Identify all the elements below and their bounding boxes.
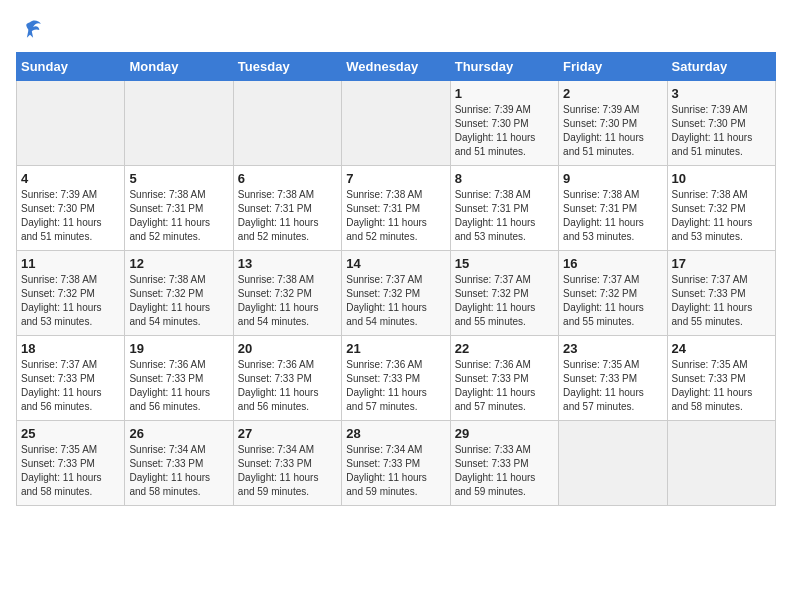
day-info: Sunrise: 7:38 AMSunset: 7:32 PMDaylight:… <box>238 273 337 329</box>
calendar-cell <box>233 81 341 166</box>
day-info: Sunrise: 7:38 AMSunset: 7:31 PMDaylight:… <box>346 188 445 244</box>
calendar-cell: 24Sunrise: 7:35 AMSunset: 7:33 PMDayligh… <box>667 336 775 421</box>
calendar-cell: 13Sunrise: 7:38 AMSunset: 7:32 PMDayligh… <box>233 251 341 336</box>
calendar-cell: 14Sunrise: 7:37 AMSunset: 7:32 PMDayligh… <box>342 251 450 336</box>
calendar-cell: 2Sunrise: 7:39 AMSunset: 7:30 PMDaylight… <box>559 81 667 166</box>
day-info: Sunrise: 7:33 AMSunset: 7:33 PMDaylight:… <box>455 443 554 499</box>
calendar-cell: 18Sunrise: 7:37 AMSunset: 7:33 PMDayligh… <box>17 336 125 421</box>
day-info: Sunrise: 7:35 AMSunset: 7:33 PMDaylight:… <box>563 358 662 414</box>
day-number: 27 <box>238 426 337 441</box>
calendar-cell: 23Sunrise: 7:35 AMSunset: 7:33 PMDayligh… <box>559 336 667 421</box>
day-number: 29 <box>455 426 554 441</box>
calendar-cell: 21Sunrise: 7:36 AMSunset: 7:33 PMDayligh… <box>342 336 450 421</box>
day-info: Sunrise: 7:38 AMSunset: 7:32 PMDaylight:… <box>129 273 228 329</box>
day-number: 15 <box>455 256 554 271</box>
day-info: Sunrise: 7:36 AMSunset: 7:33 PMDaylight:… <box>238 358 337 414</box>
logo-bird-icon <box>16 16 44 44</box>
logo <box>16 16 48 44</box>
calendar-cell: 3Sunrise: 7:39 AMSunset: 7:30 PMDaylight… <box>667 81 775 166</box>
calendar-cell: 27Sunrise: 7:34 AMSunset: 7:33 PMDayligh… <box>233 421 341 506</box>
day-info: Sunrise: 7:37 AMSunset: 7:33 PMDaylight:… <box>672 273 771 329</box>
day-number: 19 <box>129 341 228 356</box>
day-number: 14 <box>346 256 445 271</box>
day-info: Sunrise: 7:35 AMSunset: 7:33 PMDaylight:… <box>672 358 771 414</box>
day-info: Sunrise: 7:38 AMSunset: 7:32 PMDaylight:… <box>672 188 771 244</box>
day-number: 1 <box>455 86 554 101</box>
day-number: 11 <box>21 256 120 271</box>
day-info: Sunrise: 7:37 AMSunset: 7:33 PMDaylight:… <box>21 358 120 414</box>
calendar-cell <box>559 421 667 506</box>
calendar-week-row: 11Sunrise: 7:38 AMSunset: 7:32 PMDayligh… <box>17 251 776 336</box>
column-header-monday: Monday <box>125 53 233 81</box>
calendar-cell: 7Sunrise: 7:38 AMSunset: 7:31 PMDaylight… <box>342 166 450 251</box>
day-info: Sunrise: 7:34 AMSunset: 7:33 PMDaylight:… <box>129 443 228 499</box>
calendar-cell: 19Sunrise: 7:36 AMSunset: 7:33 PMDayligh… <box>125 336 233 421</box>
calendar-cell: 22Sunrise: 7:36 AMSunset: 7:33 PMDayligh… <box>450 336 558 421</box>
day-number: 16 <box>563 256 662 271</box>
day-info: Sunrise: 7:37 AMSunset: 7:32 PMDaylight:… <box>455 273 554 329</box>
day-info: Sunrise: 7:38 AMSunset: 7:32 PMDaylight:… <box>21 273 120 329</box>
calendar-cell: 29Sunrise: 7:33 AMSunset: 7:33 PMDayligh… <box>450 421 558 506</box>
day-info: Sunrise: 7:35 AMSunset: 7:33 PMDaylight:… <box>21 443 120 499</box>
calendar-cell: 25Sunrise: 7:35 AMSunset: 7:33 PMDayligh… <box>17 421 125 506</box>
day-number: 13 <box>238 256 337 271</box>
calendar-cell: 28Sunrise: 7:34 AMSunset: 7:33 PMDayligh… <box>342 421 450 506</box>
day-number: 24 <box>672 341 771 356</box>
day-number: 2 <box>563 86 662 101</box>
day-number: 23 <box>563 341 662 356</box>
day-info: Sunrise: 7:38 AMSunset: 7:31 PMDaylight:… <box>563 188 662 244</box>
day-info: Sunrise: 7:34 AMSunset: 7:33 PMDaylight:… <box>238 443 337 499</box>
day-info: Sunrise: 7:39 AMSunset: 7:30 PMDaylight:… <box>563 103 662 159</box>
day-number: 22 <box>455 341 554 356</box>
calendar-cell: 10Sunrise: 7:38 AMSunset: 7:32 PMDayligh… <box>667 166 775 251</box>
calendar-cell: 6Sunrise: 7:38 AMSunset: 7:31 PMDaylight… <box>233 166 341 251</box>
day-info: Sunrise: 7:34 AMSunset: 7:33 PMDaylight:… <box>346 443 445 499</box>
day-number: 3 <box>672 86 771 101</box>
calendar-cell: 5Sunrise: 7:38 AMSunset: 7:31 PMDaylight… <box>125 166 233 251</box>
day-number: 6 <box>238 171 337 186</box>
calendar-cell: 4Sunrise: 7:39 AMSunset: 7:30 PMDaylight… <box>17 166 125 251</box>
column-header-saturday: Saturday <box>667 53 775 81</box>
calendar-header-row: SundayMondayTuesdayWednesdayThursdayFrid… <box>17 53 776 81</box>
day-info: Sunrise: 7:37 AMSunset: 7:32 PMDaylight:… <box>563 273 662 329</box>
day-number: 21 <box>346 341 445 356</box>
day-number: 25 <box>21 426 120 441</box>
calendar-cell: 12Sunrise: 7:38 AMSunset: 7:32 PMDayligh… <box>125 251 233 336</box>
day-info: Sunrise: 7:39 AMSunset: 7:30 PMDaylight:… <box>21 188 120 244</box>
calendar-week-row: 18Sunrise: 7:37 AMSunset: 7:33 PMDayligh… <box>17 336 776 421</box>
calendar-week-row: 25Sunrise: 7:35 AMSunset: 7:33 PMDayligh… <box>17 421 776 506</box>
day-number: 26 <box>129 426 228 441</box>
day-info: Sunrise: 7:39 AMSunset: 7:30 PMDaylight:… <box>672 103 771 159</box>
calendar-cell <box>342 81 450 166</box>
day-number: 20 <box>238 341 337 356</box>
calendar-cell: 8Sunrise: 7:38 AMSunset: 7:31 PMDaylight… <box>450 166 558 251</box>
calendar-table: SundayMondayTuesdayWednesdayThursdayFrid… <box>16 52 776 506</box>
day-number: 8 <box>455 171 554 186</box>
day-number: 5 <box>129 171 228 186</box>
day-number: 12 <box>129 256 228 271</box>
day-info: Sunrise: 7:38 AMSunset: 7:31 PMDaylight:… <box>238 188 337 244</box>
calendar-cell <box>125 81 233 166</box>
day-info: Sunrise: 7:37 AMSunset: 7:32 PMDaylight:… <box>346 273 445 329</box>
page-header <box>16 16 776 44</box>
day-number: 28 <box>346 426 445 441</box>
day-info: Sunrise: 7:36 AMSunset: 7:33 PMDaylight:… <box>346 358 445 414</box>
day-info: Sunrise: 7:36 AMSunset: 7:33 PMDaylight:… <box>129 358 228 414</box>
calendar-cell: 9Sunrise: 7:38 AMSunset: 7:31 PMDaylight… <box>559 166 667 251</box>
day-info: Sunrise: 7:39 AMSunset: 7:30 PMDaylight:… <box>455 103 554 159</box>
day-info: Sunrise: 7:38 AMSunset: 7:31 PMDaylight:… <box>455 188 554 244</box>
day-info: Sunrise: 7:36 AMSunset: 7:33 PMDaylight:… <box>455 358 554 414</box>
column-header-tuesday: Tuesday <box>233 53 341 81</box>
calendar-cell: 16Sunrise: 7:37 AMSunset: 7:32 PMDayligh… <box>559 251 667 336</box>
calendar-cell: 20Sunrise: 7:36 AMSunset: 7:33 PMDayligh… <box>233 336 341 421</box>
day-number: 17 <box>672 256 771 271</box>
day-number: 7 <box>346 171 445 186</box>
column-header-wednesday: Wednesday <box>342 53 450 81</box>
day-number: 10 <box>672 171 771 186</box>
column-header-thursday: Thursday <box>450 53 558 81</box>
calendar-cell: 17Sunrise: 7:37 AMSunset: 7:33 PMDayligh… <box>667 251 775 336</box>
calendar-week-row: 4Sunrise: 7:39 AMSunset: 7:30 PMDaylight… <box>17 166 776 251</box>
day-info: Sunrise: 7:38 AMSunset: 7:31 PMDaylight:… <box>129 188 228 244</box>
day-number: 4 <box>21 171 120 186</box>
calendar-cell: 11Sunrise: 7:38 AMSunset: 7:32 PMDayligh… <box>17 251 125 336</box>
